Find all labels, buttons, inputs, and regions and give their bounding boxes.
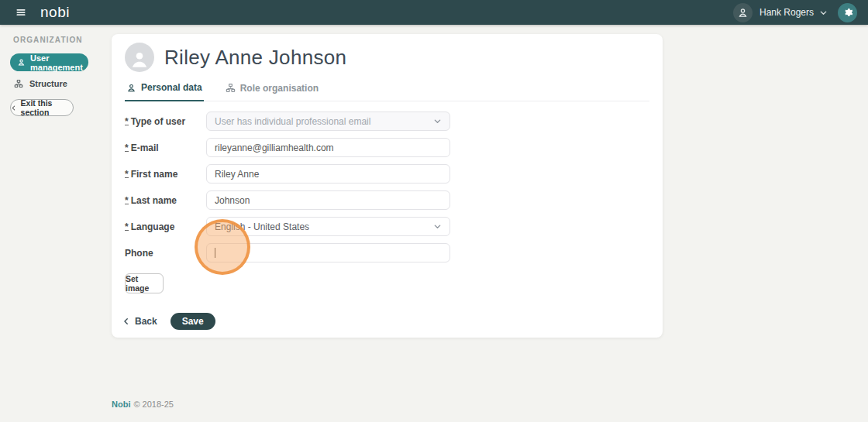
form-row-email: *E-mail	[125, 138, 649, 157]
chevron-down-icon	[819, 9, 828, 17]
person-icon	[126, 83, 136, 93]
hamburger-menu-icon[interactable]	[16, 7, 26, 18]
type-of-user-select[interactable]: User has individual professional email	[206, 112, 450, 131]
sidebar-item-label: Structure	[29, 79, 67, 88]
sidebar-item-label: User management	[30, 53, 83, 72]
exit-section-button[interactable]: Exit this section	[10, 99, 74, 116]
page-footer: Nobi © 2018-25	[112, 400, 174, 409]
chevron-down-icon	[433, 222, 442, 231]
required-marker: *	[125, 171, 129, 178]
required-marker: *	[125, 145, 129, 152]
footer-brand-link[interactable]: Nobi	[112, 400, 130, 409]
sidebar: ORGANIZATION User management Structure E…	[0, 25, 112, 116]
required-marker: *	[125, 118, 129, 125]
sidebar-item-structure[interactable]: Structure	[14, 79, 112, 88]
page-title: Riley Anne Johnson	[164, 46, 346, 70]
back-label: Back	[135, 316, 157, 327]
app-logo[interactable]: nobi	[40, 4, 70, 21]
last-name-field[interactable]	[206, 190, 450, 210]
form-row-language: *Language English - United States	[125, 217, 649, 236]
form-row-type-of-user: *Type of user User has individual profes…	[125, 112, 649, 131]
chevron-left-icon	[11, 105, 17, 112]
user-name: Hank Rogers	[760, 7, 814, 18]
text-caret	[215, 248, 215, 258]
field-label: *E-mail	[125, 142, 206, 153]
field-label: Phone	[125, 248, 206, 259]
personal-data-form: *Type of user User has individual profes…	[125, 112, 649, 262]
top-navbar: nobi Hank Rogers	[0, 0, 868, 25]
field-label: *First name	[125, 169, 206, 180]
tab-label: Role organisation	[240, 83, 319, 94]
chevron-left-icon	[122, 317, 130, 325]
gear-icon	[842, 7, 853, 18]
tab-label: Personal data	[141, 82, 202, 93]
card-header: Riley Anne Johnson	[125, 43, 649, 72]
required-marker: *	[125, 197, 129, 204]
email-field[interactable]	[206, 138, 450, 157]
select-value: User has individual professional email	[215, 116, 370, 127]
set-image-button[interactable]: Set image	[125, 273, 164, 293]
required-marker: *	[125, 224, 129, 231]
user-menu[interactable]: Hank Rogers	[760, 7, 828, 18]
form-row-first-name: *First name	[125, 164, 649, 184]
select-value: English - United States	[215, 221, 309, 232]
tab-personal-data[interactable]: Personal data	[125, 82, 204, 101]
structure-icon	[14, 79, 23, 88]
chevron-down-icon	[433, 117, 442, 125]
form-row-phone: Phone	[125, 243, 649, 262]
sidebar-section-title: ORGANIZATION	[13, 36, 112, 44]
profile-avatar[interactable]	[125, 43, 154, 72]
exit-section-label: Exit this section	[21, 98, 73, 117]
card-actions: Back Save	[122, 313, 215, 330]
tab-role-organisation[interactable]: Role organisation	[224, 82, 320, 101]
field-label: *Last name	[125, 195, 206, 206]
settings-button[interactable]	[838, 3, 857, 22]
first-name-field[interactable]	[206, 164, 450, 184]
field-label: *Type of user	[125, 116, 206, 127]
field-label: *Language	[125, 221, 206, 232]
footer-copyright: © 2018-25	[133, 400, 174, 409]
person-icon	[129, 49, 150, 69]
back-button[interactable]: Back	[122, 316, 157, 327]
language-select[interactable]: English - United States	[206, 217, 450, 236]
phone-field[interactable]	[206, 243, 450, 262]
person-icon	[17, 58, 26, 67]
user-detail-card: Riley Anne Johnson Personal data Role or…	[112, 34, 663, 338]
form-row-last-name: *Last name	[125, 190, 649, 210]
sidebar-item-user-management[interactable]: User management	[10, 53, 88, 71]
tab-bar: Personal data Role organisation	[125, 82, 649, 101]
org-chart-icon	[226, 83, 236, 93]
user-avatar-icon[interactable]	[733, 3, 753, 22]
save-button[interactable]: Save	[170, 313, 215, 330]
